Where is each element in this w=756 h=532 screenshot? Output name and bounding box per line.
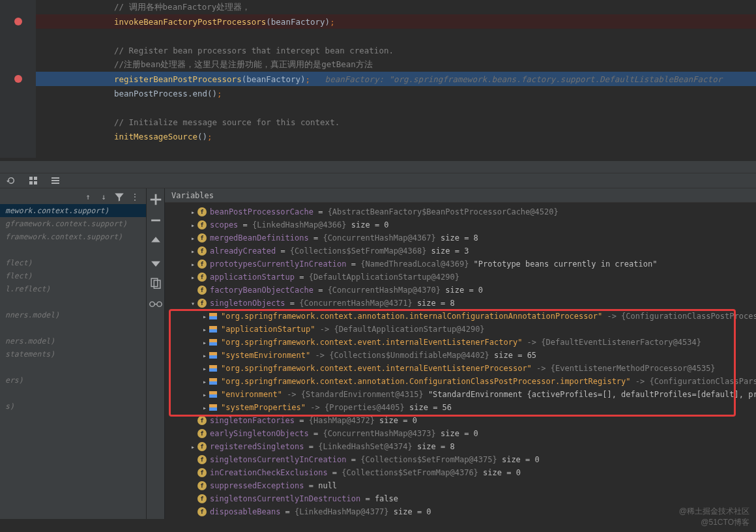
variable-row[interactable]: ▸fscopes = {LinkedHashMap@4366} size = 0 <box>165 218 756 231</box>
field-icon: f <box>197 481 207 490</box>
stack-frame[interactable]: framework.context.support) <box>0 230 146 243</box>
filter-icon[interactable] <box>113 191 125 203</box>
add-watch-icon[interactable] <box>149 192 163 207</box>
variable-row[interactable]: fearlySingletonObjects = {ConcurrentHash… <box>165 427 756 440</box>
variable-row[interactable]: ▸fapplicationStartup = {DefaultApplicati… <box>165 271 756 284</box>
stack-frame[interactable]: flect) <box>0 256 146 269</box>
variable-row[interactable]: ffactoryBeanObjectCache = {ConcurrentHas… <box>165 284 756 297</box>
chevron-down-icon[interactable]: ▾ <box>188 300 197 307</box>
frames-panel: ↑ ↓ ⋮ mework.context.support)gframework.… <box>0 188 147 519</box>
svg-rect-0 <box>29 177 33 180</box>
settings-icon[interactable] <box>48 173 63 188</box>
svg-point-10 <box>149 301 154 306</box>
variables-tab[interactable]: Variables <box>165 188 756 203</box>
variable-row[interactable]: fsingletonsCurrentlyInCreation = {Collec… <box>165 453 756 466</box>
code-comment: // 调用各种beanFactory处理器， <box>114 2 250 12</box>
svg-rect-6 <box>51 183 59 184</box>
code-call: invokeBeanFactoryPostProcessors <box>114 17 266 27</box>
glasses-icon[interactable] <box>149 297 163 311</box>
chevron-right-icon[interactable]: ▸ <box>188 235 197 242</box>
chevron-right-icon[interactable]: ▸ <box>188 443 197 451</box>
variable-row[interactable]: fdisposableBeans = {LinkedHashMap@4377} … <box>165 505 756 518</box>
svg-rect-1 <box>34 177 37 180</box>
field-icon: f <box>197 429 207 438</box>
chevron-right-icon[interactable]: ▸ <box>188 261 197 268</box>
move-up-icon[interactable] <box>149 234 163 248</box>
code-call: initMessageSource <box>114 132 197 141</box>
chevron-right-icon[interactable]: ▸ <box>188 222 197 229</box>
more-icon[interactable]: ⋮ <box>129 191 141 203</box>
stack-frame[interactable] <box>0 295 146 308</box>
variable-row[interactable]: ▸falreadyCreated = {Collections$SetFromM… <box>165 244 756 258</box>
variable-row[interactable]: fsuppressedExceptions = null <box>165 479 756 492</box>
field-icon: f <box>197 259 207 269</box>
stack-frame[interactable]: ners.model) <box>0 334 146 347</box>
stack-frame[interactable]: l.reflect) <box>0 282 146 295</box>
field-icon: f <box>197 207 207 216</box>
svg-rect-2 <box>29 181 33 185</box>
code-comment: // Register bean processors that interce… <box>114 46 394 55</box>
stack-frame[interactable] <box>0 361 146 374</box>
restart-frame-icon[interactable] <box>4 173 18 188</box>
svg-rect-3 <box>34 181 37 185</box>
field-icon: f <box>197 246 207 256</box>
variable-row[interactable]: ▾fsingletonObjects = {ConcurrentHashMap@… <box>165 297 756 310</box>
variable-tool-strip <box>147 188 165 519</box>
stack-frame[interactable] <box>0 413 146 426</box>
chevron-right-icon[interactable]: ▸ <box>188 274 197 281</box>
code-editor[interactable]: // 调用各种beanFactory处理器， invokeBeanFactory… <box>0 0 756 161</box>
stack-frame[interactable]: s) <box>0 400 146 413</box>
highlight-box <box>169 309 736 417</box>
field-icon: f <box>197 442 207 451</box>
copy-icon[interactable] <box>149 276 163 290</box>
debug-toolbar <box>0 173 756 188</box>
variable-row[interactable]: ▸fprototypesCurrentlyInCreation = {Named… <box>165 258 756 271</box>
code-comment: //注册bean处理器，这里只是注册功能，真正调用的是getBean方法 <box>114 59 373 69</box>
variable-row[interactable]: fsingletonsCurrentlyInDestruction = fals… <box>165 492 756 505</box>
svg-rect-5 <box>51 180 59 181</box>
grid-icon[interactable] <box>26 173 40 188</box>
nav-down-icon[interactable]: ↓ <box>98 191 109 203</box>
stack-frame[interactable]: statements) <box>0 347 146 361</box>
variables-tree[interactable]: ▸fbeanPostProcessorCache = {AbstractBean… <box>165 203 756 519</box>
svg-point-11 <box>156 301 161 306</box>
stack-frame[interactable]: mework.context.support) <box>0 204 146 217</box>
code-comment: // Initialize message source for this co… <box>114 117 340 127</box>
stack-frame[interactable]: nners.model) <box>0 308 146 321</box>
svg-rect-4 <box>51 177 59 179</box>
field-icon: f <box>197 494 207 503</box>
inline-debug-hint: beanFactory: "org.springframework.beans.… <box>310 74 722 84</box>
remove-watch-icon[interactable] <box>149 213 163 228</box>
stack-frame[interactable]: gframework.context.support) <box>0 217 146 230</box>
field-icon: f <box>197 507 207 516</box>
field-icon: f <box>197 286 207 295</box>
move-down-icon[interactable] <box>149 255 163 269</box>
stack-frame[interactable]: flect) <box>0 269 146 282</box>
chevron-right-icon[interactable]: ▸ <box>188 209 197 216</box>
code-call: registerBeanPostProcessors <box>114 74 242 84</box>
stack-frame[interactable] <box>0 321 146 334</box>
variable-row[interactable]: ▸fbeanPostProcessorCache = {AbstractBean… <box>165 205 756 218</box>
variable-row[interactable]: finCreationCheckExclusions = {Collection… <box>165 466 756 479</box>
svg-rect-7 <box>151 220 160 222</box>
stack-frame[interactable]: ers) <box>0 374 146 387</box>
variable-row[interactable]: ▸fregisteredSingletons = {LinkedHashSet@… <box>165 440 756 453</box>
chevron-right-icon[interactable]: ▸ <box>188 248 197 255</box>
field-icon: f <box>197 273 207 282</box>
breakpoint-icon[interactable] <box>14 18 22 25</box>
watermark: @稀土掘金技术社区 @51CTO博客 <box>679 506 749 528</box>
field-icon: f <box>197 416 207 425</box>
field-icon: f <box>197 455 207 464</box>
stack-frame[interactable] <box>0 387 146 400</box>
field-icon: f <box>197 233 207 243</box>
field-icon: f <box>197 299 207 308</box>
breakpoint-icon[interactable] <box>14 75 22 83</box>
field-icon: f <box>197 220 207 229</box>
field-icon: f <box>197 468 207 477</box>
stack-frame[interactable] <box>0 243 146 256</box>
variable-row[interactable]: ▸fmergedBeanDefinitions = {ConcurrentHas… <box>165 231 756 244</box>
nav-up-icon[interactable]: ↑ <box>82 191 94 203</box>
